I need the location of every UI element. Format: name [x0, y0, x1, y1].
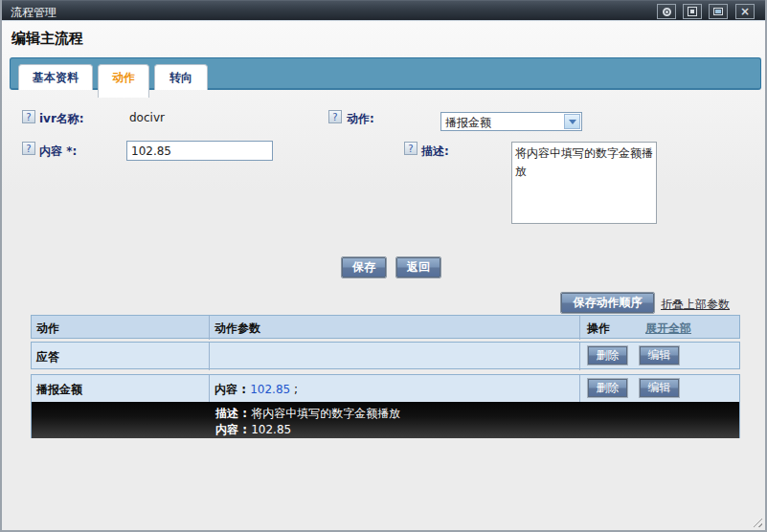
close-button[interactable]: ×: [735, 4, 755, 19]
column-divider: [579, 343, 580, 370]
detail-desc-value: 将内容中填写的数字金额播放: [251, 407, 400, 420]
ivr-name-value: docivr: [129, 111, 165, 124]
delete-button[interactable]: 删除: [588, 346, 627, 365]
page-title: 编辑主流程: [11, 30, 83, 48]
restore-icon[interactable]: [657, 4, 676, 19]
detail-content-value: 102.85: [251, 423, 291, 436]
col-action-header: 动作: [36, 321, 59, 337]
small-window-icon: [713, 8, 723, 15]
resize-grip-icon[interactable]: [751, 516, 762, 527]
close-icon: ×: [740, 6, 750, 17]
save-button[interactable]: 保存: [342, 257, 386, 277]
content-label: 内容 *:: [39, 144, 77, 160]
row-params: 内容 : 102.85 ;: [214, 382, 298, 398]
column-divider: [209, 343, 210, 370]
tab-basic-info[interactable]: 基本资料: [18, 64, 93, 90]
help-icon[interactable]: ?: [328, 110, 342, 123]
content-input[interactable]: [126, 141, 273, 161]
row-action-name: 播报金额: [36, 382, 82, 398]
action-select[interactable]: 播报金额: [440, 112, 582, 131]
action-label: 动作:: [347, 111, 374, 127]
back-button[interactable]: 返回: [396, 257, 440, 277]
params-value: 102.85: [250, 383, 290, 396]
column-divider: [579, 316, 580, 340]
expand-all-link[interactable]: 展开全部: [645, 321, 691, 337]
save-action-order-button[interactable]: 保存动作顺序: [561, 293, 654, 313]
description-textarea[interactable]: 将内容中填写的数字金额播放: [511, 142, 657, 224]
description-label: 描述:: [421, 144, 449, 160]
row-action-name: 应答: [36, 349, 59, 366]
table-row: 应答 删除 编辑: [31, 342, 740, 369]
window-title: 流程管理: [11, 5, 56, 21]
help-icon[interactable]: ?: [22, 142, 35, 155]
collapse-upper-params-link[interactable]: 折叠上部参数: [661, 297, 730, 313]
detail-description-line: 描述 : 将内容中填写的数字金额播放: [215, 406, 400, 422]
params-label: 内容 :: [214, 383, 250, 396]
table-header-row: 动作 动作参数 操作 展开全部: [31, 315, 740, 339]
chevron-down-icon: [569, 120, 576, 124]
maximize-icon[interactable]: [683, 4, 702, 19]
dropdown-arrow-button[interactable]: [564, 114, 580, 129]
fullscreen-icon: [688, 7, 697, 16]
detail-content-line: 内容 : 102.85: [215, 422, 291, 438]
tab-redirect[interactable]: 转向: [154, 64, 208, 90]
tab-bar: 基本资料 动作 转向: [10, 57, 761, 90]
minimize-icon[interactable]: [709, 4, 728, 19]
edit-button[interactable]: 编辑: [640, 379, 679, 397]
row-main: 播报金额 内容 : 102.85 ; 删除 编辑: [32, 375, 739, 402]
process-manager-window: 流程管理 × 编辑主流程 基本资料 动作 转向 ? ivr名称: docivr …: [0, 0, 767, 532]
help-icon[interactable]: ?: [404, 142, 417, 155]
detail-desc-label: 描述 :: [215, 407, 251, 420]
edit-button[interactable]: 编辑: [640, 346, 679, 365]
col-operation-header: 操作: [587, 321, 610, 337]
detail-content-label: 内容 :: [215, 423, 251, 436]
column-divider: [209, 316, 210, 340]
params-suffix: ;: [290, 383, 298, 396]
expanded-detail-panel: 描述 : 将内容中填写的数字金额播放 内容 : 102.85: [32, 402, 739, 438]
action-select-value: 播报金额: [445, 115, 491, 131]
help-icon[interactable]: ?: [22, 110, 35, 123]
titlebar: 流程管理 ×: [2, 0, 765, 21]
table-row: 播报金额 内容 : 102.85 ; 删除 编辑 描述 : 将内容中填写的数字金…: [31, 374, 740, 438]
tab-action[interactable]: 动作: [98, 64, 149, 98]
column-divider: [579, 375, 580, 402]
delete-button[interactable]: 删除: [588, 379, 627, 397]
col-params-header: 动作参数: [214, 321, 260, 337]
column-divider: [209, 375, 210, 402]
ring-icon: [663, 8, 671, 16]
ivr-name-label: ivr名称:: [39, 111, 84, 127]
